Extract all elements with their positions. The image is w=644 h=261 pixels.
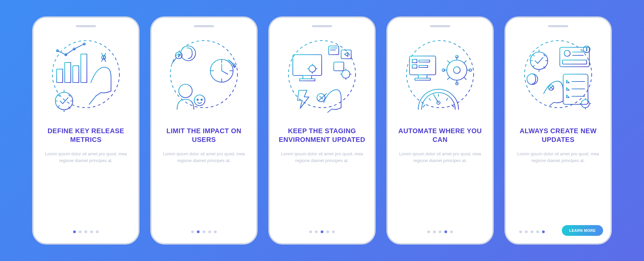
screen-desc: Lorem ipsum dolor sit amet pro quod, mea… xyxy=(160,151,248,164)
metrics-illustration xyxy=(44,34,128,121)
screen-title: AUTOMATE WHERE YOU CAN xyxy=(396,126,484,144)
phone-speaker xyxy=(548,25,568,27)
pagination-dots xyxy=(191,230,217,233)
onboarding-screen-3: KEEP THE STAGING ENVIRONMENT UPDATED Lor… xyxy=(268,16,376,245)
staging-illustration xyxy=(280,34,364,121)
svg-rect-35 xyxy=(412,65,417,68)
svg-rect-34 xyxy=(412,59,417,63)
svg-point-39 xyxy=(453,67,460,73)
dot[interactable] xyxy=(309,230,312,233)
users-illustration: ? xyxy=(162,34,246,121)
pagination-dots xyxy=(73,230,99,233)
dot[interactable] xyxy=(197,230,200,233)
dot[interactable] xyxy=(519,230,522,233)
svg-point-24 xyxy=(309,65,316,72)
phone-speaker xyxy=(312,25,332,27)
svg-point-19 xyxy=(201,99,202,100)
svg-rect-36 xyxy=(419,60,430,62)
pagination-dots xyxy=(427,230,453,233)
screen-desc: Lorem ipsum dolor sit amet pro quod, mea… xyxy=(278,151,366,164)
svg-point-47 xyxy=(527,74,538,85)
dot[interactable] xyxy=(542,230,545,233)
dot[interactable] xyxy=(531,230,533,233)
dot[interactable] xyxy=(536,230,539,233)
svg-rect-37 xyxy=(419,65,428,67)
dot[interactable] xyxy=(444,230,447,233)
svg-rect-21 xyxy=(293,55,322,75)
svg-point-18 xyxy=(197,99,198,100)
dot[interactable] xyxy=(96,230,99,233)
dot[interactable] xyxy=(203,230,205,233)
svg-point-30 xyxy=(407,41,474,108)
svg-rect-32 xyxy=(418,75,427,78)
screen-title: DEFINE KEY RELEASE METRICS xyxy=(42,126,130,144)
screen-title: KEEP THE STAGING ENVIRONMENT UPDATED xyxy=(278,126,366,144)
dot[interactable] xyxy=(332,230,335,233)
screen-title: LIMIT THE IMPACT ON USERS xyxy=(160,126,248,144)
svg-point-16 xyxy=(179,84,192,98)
svg-rect-2 xyxy=(65,62,71,83)
screen-title: ALWAYS CREATE NEW UPDATES xyxy=(514,126,602,144)
dot[interactable] xyxy=(450,230,453,233)
dot[interactable] xyxy=(214,230,217,233)
svg-point-28 xyxy=(342,70,350,78)
svg-text:!: ! xyxy=(586,47,587,52)
svg-rect-27 xyxy=(334,62,344,71)
dot[interactable] xyxy=(90,230,93,233)
svg-point-17 xyxy=(194,95,205,106)
dot[interactable] xyxy=(525,230,528,233)
phone-speaker xyxy=(194,25,214,27)
dot[interactable] xyxy=(85,230,87,233)
svg-text:?: ? xyxy=(177,53,180,58)
svg-rect-3 xyxy=(73,66,79,83)
dot[interactable] xyxy=(73,230,76,233)
phone-speaker xyxy=(76,25,96,27)
phone-speaker xyxy=(430,25,450,27)
dot[interactable] xyxy=(439,230,441,233)
pagination-dots xyxy=(519,230,545,233)
learn-more-button[interactable]: LEARN MORE xyxy=(562,225,603,236)
dot[interactable] xyxy=(79,230,82,233)
dot[interactable] xyxy=(315,230,318,233)
onboarding-screen-2: ? LIMIT THE IMPACT ON USERS Lorem ipsum … xyxy=(150,16,258,245)
updates-illustration: ! xyxy=(516,34,600,121)
dot[interactable] xyxy=(208,230,211,233)
dot[interactable] xyxy=(191,230,194,233)
onboarding-screen-5: ! ALWAYS CREATE NEW UPDATES Lorem ipsum … xyxy=(504,16,612,245)
svg-rect-4 xyxy=(81,54,87,83)
svg-point-54 xyxy=(581,100,589,108)
dot[interactable] xyxy=(326,230,329,233)
screen-desc: Lorem ipsum dolor sit amet pro quod, mea… xyxy=(42,151,130,164)
svg-point-49 xyxy=(564,50,570,56)
svg-rect-33 xyxy=(415,78,430,80)
screen-desc: Lorem ipsum dolor sit amet pro quod, mea… xyxy=(396,151,484,164)
dot[interactable] xyxy=(427,230,430,233)
svg-rect-22 xyxy=(303,75,312,79)
dot[interactable] xyxy=(433,230,436,233)
screen-desc: Lorem ipsum dolor sit amet pro quod, mea… xyxy=(514,151,602,164)
onboarding-screen-1: DEFINE KEY RELEASE METRICS Lorem ipsum d… xyxy=(32,16,140,245)
automate-illustration xyxy=(398,34,482,121)
dot[interactable] xyxy=(321,230,323,233)
svg-rect-1 xyxy=(57,69,63,83)
onboarding-screen-4: AUTOMATE WHERE YOU CAN Lorem ipsum dolor… xyxy=(386,16,494,245)
svg-rect-23 xyxy=(300,79,315,81)
pagination-dots xyxy=(309,230,335,233)
svg-rect-52 xyxy=(562,60,587,64)
